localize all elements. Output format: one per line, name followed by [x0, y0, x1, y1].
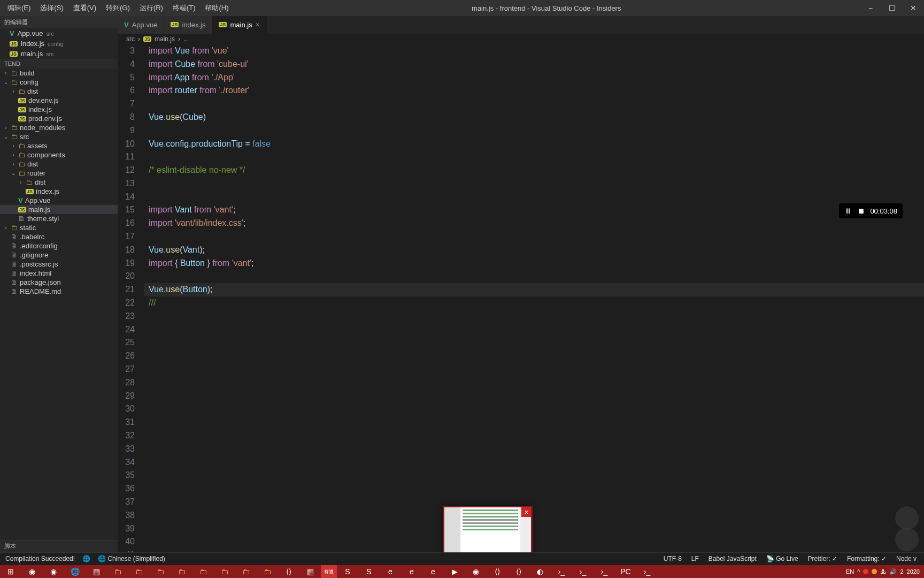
video-icon[interactable]: ▶ [444, 565, 465, 578]
code-line[interactable] [144, 310, 924, 323]
code-editor[interactable]: 3456789101112131415161718192021222324252… [118, 44, 924, 562]
terminal-icon[interactable]: ›_ [572, 565, 594, 578]
dark-app-icon[interactable]: ◐ [529, 565, 551, 578]
project-header[interactable]: TEND [0, 59, 118, 69]
code-line[interactable] [144, 416, 924, 429]
overlay-button-2[interactable] [895, 528, 919, 551]
code-line[interactable] [144, 429, 924, 443]
chrome-canary-icon[interactable]: ◉ [465, 565, 487, 578]
open-editors-header[interactable]: 的编辑器 [0, 16, 118, 28]
code-line[interactable] [144, 469, 924, 482]
folder-icon[interactable]: 🗀 [150, 565, 171, 578]
pause-icon[interactable]: ⏸ [844, 207, 852, 215]
code-line[interactable] [144, 390, 924, 403]
code-line[interactable] [144, 535, 924, 549]
folder-icon[interactable]: 🗀 [128, 565, 150, 578]
tree-item-.gitignore[interactable]: 🗎 .gitignore [0, 250, 118, 260]
code-line[interactable]: Vue.use(Cube) [144, 111, 924, 124]
code-line[interactable] [144, 97, 924, 111]
globe-blue-icon[interactable]: 🌐 [64, 565, 86, 578]
open-editor-item[interactable]: JSindex.jsconfig [0, 39, 118, 49]
taskbar-preview[interactable]: ✕ [443, 506, 533, 559]
code-line[interactable]: import Vant from 'vant'; [144, 203, 924, 217]
menu-item[interactable]: 运行(R) [135, 1, 167, 15]
menu-item[interactable]: 选择(S) [36, 1, 67, 15]
code-line[interactable] [144, 323, 924, 337]
clock-date[interactable]: 2020 [907, 568, 920, 575]
edge-icon[interactable]: e [380, 565, 401, 578]
skype-blue-icon[interactable]: S [337, 565, 358, 578]
network-icon[interactable]: 🖧 [880, 568, 886, 575]
tree-item-package.json[interactable]: 🗎 package.json [0, 278, 118, 287]
tree-item-components[interactable]: ›🗀 components [0, 150, 118, 159]
code-line[interactable]: import Cube from 'cube-ui' [144, 58, 924, 71]
tree-item-.editorconfig[interactable]: 🗎 .editorconfig [0, 241, 118, 250]
chrome-icon[interactable]: ◉ [21, 565, 43, 578]
volume-icon[interactable]: 🔊 [889, 568, 897, 575]
open-editor-item[interactable]: JSmain.jssrc [0, 49, 118, 59]
code-line[interactable]: Vue.use(Vant); [144, 244, 924, 257]
browser-green-icon[interactable]: ◉ [43, 565, 64, 578]
folder-icon[interactable]: 🗀 [235, 565, 257, 578]
tray-chevron-icon[interactable]: ^ [857, 568, 860, 575]
edge-icon[interactable]: e [422, 565, 444, 578]
tree-item-prod.env.js[interactable]: JS prod.env.js [0, 114, 118, 123]
pycharm-icon[interactable]: PC [615, 565, 636, 578]
tree-item-README.md[interactable]: 🗎 README.md [0, 287, 118, 296]
eol-indicator[interactable]: LF [691, 555, 699, 562]
apps-icon[interactable]: ▦ [86, 565, 107, 578]
breadcrumb-item[interactable]: main.js [155, 35, 175, 43]
tree-item-node_modules[interactable]: ›🗀 node_modules [0, 123, 118, 132]
tree-item-dist[interactable]: ›🗀 dist [0, 87, 118, 96]
overlay-button-1[interactable] [895, 506, 919, 530]
code-line[interactable]: /// [144, 296, 924, 310]
code-line[interactable] [144, 349, 924, 363]
encoding-indicator[interactable]: UTF-8 [664, 555, 682, 562]
code-line[interactable] [144, 376, 924, 390]
tree-item-router[interactable]: ⌄🗀 router [0, 169, 118, 178]
formatting-status[interactable]: Formatting: ✓ [847, 555, 887, 562]
grid-icon[interactable]: ▦ [299, 565, 321, 578]
code-line[interactable]: import 'vant/lib/index.css'; [144, 217, 924, 230]
breadcrumb-item[interactable]: ... [183, 35, 189, 43]
red-dict-icon[interactable]: 有道 [321, 565, 337, 578]
code-line[interactable] [144, 496, 924, 509]
tree-item-.babelrc[interactable]: 🗎 .babelrc [0, 232, 118, 241]
tree-item-index.js[interactable]: JS index.js [0, 187, 118, 196]
tree-item-theme.styl[interactable]: 🗎 theme.styl [0, 214, 118, 223]
node-indicator[interactable]: Node v [896, 555, 917, 562]
clock-time[interactable]: 2 [900, 568, 903, 575]
skype-blue-icon[interactable]: S [358, 565, 380, 578]
prettier-status[interactable]: Prettier: ✓ [808, 555, 837, 562]
tree-item-src[interactable]: ⌄🗀 src [0, 132, 118, 141]
go-live-button[interactable]: 📡 Go Live [766, 555, 798, 562]
tab-App.vue[interactable]: VApp.vue [118, 16, 164, 34]
sidebar-section[interactable]: 脚本 [0, 540, 118, 552]
folder-icon[interactable]: 🗀 [171, 565, 192, 578]
tree-item-App.vue[interactable]: V App.vue [0, 196, 118, 205]
code-line[interactable] [144, 230, 924, 244]
language-mode[interactable]: Babel JavaScript [709, 555, 757, 562]
vscode-teal-icon[interactable]: ⟨⟩ [487, 565, 508, 578]
code-line[interactable]: import Vue from 'vue' [144, 44, 924, 58]
vscode-blue-icon[interactable]: ⟨⟩ [508, 565, 529, 578]
minimize-button[interactable]: − [860, 4, 881, 12]
code-line[interactable] [144, 270, 924, 283]
ime-indicator[interactable]: EN [846, 568, 854, 575]
tray-dot-icon[interactable] [863, 569, 868, 574]
close-button[interactable]: ✕ [903, 4, 924, 12]
file-explorer[interactable]: ›🗀 build⌄🗀 config›🗀 distJS dev.env.jsJS … [0, 69, 118, 540]
menu-item[interactable]: 帮助(H) [201, 1, 233, 15]
terminal-green-icon[interactable]: ›_ [636, 565, 658, 578]
code-line[interactable] [144, 456, 924, 469]
terminal-icon[interactable]: ›_ [551, 565, 572, 578]
code-line[interactable] [144, 509, 924, 522]
edge-icon[interactable]: e [401, 565, 422, 578]
tree-item-dist[interactable]: ›🗀 dist [0, 178, 118, 187]
stop-icon[interactable]: ⏹ [857, 207, 865, 215]
code-line[interactable] [144, 124, 924, 138]
open-editor-item[interactable]: VApp.vuesrc [0, 28, 118, 39]
tree-item-static[interactable]: ›🗀 static [0, 223, 118, 232]
tree-item-index.js[interactable]: JS index.js [0, 105, 118, 114]
maximize-button[interactable]: ☐ [881, 4, 903, 12]
